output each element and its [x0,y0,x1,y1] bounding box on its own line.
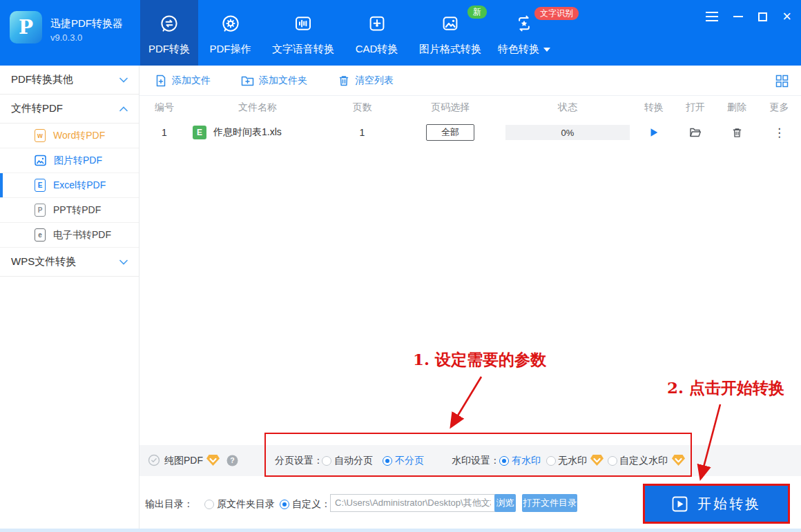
auto-paging-radio[interactable] [322,456,331,466]
sidebar-item-ebook-to-pdf[interactable]: e 电子书转PDF [0,223,139,248]
page-select-button[interactable]: 全部 [426,124,474,141]
col-convert: 转换 [633,101,675,114]
selected-indicator [0,173,3,197]
output-path-input[interactable] [330,494,515,512]
no-paging-radio[interactable] [383,456,392,466]
col-status: 状态 [502,101,633,114]
app-version: v9.0.3.0 [50,32,82,43]
sidebar-section-file-to-pdf[interactable]: 文件转PDF [0,95,139,124]
ocr-badge: 文字识别 [534,7,579,20]
pure-image-label[interactable]: 纯图PDF [164,455,203,467]
custom-watermark-label[interactable]: 自定义水印 [619,455,668,467]
ppt-doc-icon: P [35,204,46,217]
vip-diamond-icon[interactable] [206,454,220,469]
minimize-button[interactable] [733,16,743,17]
watermark-label: 水印设置： [452,455,500,467]
tab-pdf-convert[interactable]: PDF转换 [140,0,198,66]
vip-diamond-icon[interactable] [671,454,686,469]
original-dir-radio[interactable] [204,500,214,509]
tab-label: PDF转换 [148,43,190,56]
tab-cad-convert[interactable]: CAD转换 [344,0,409,66]
no-watermark-radio[interactable] [546,456,556,466]
custom-dir-radio[interactable] [280,500,289,509]
excel-doc-icon: E [35,179,46,192]
no-paging-label[interactable]: 不分页 [395,455,424,467]
tab-label: 特色转换 [498,43,550,56]
vip-diamond-icon[interactable] [590,454,604,469]
sidebar-item-excel-to-pdf[interactable]: E Excel转PDF [0,173,139,198]
custom-dir-label[interactable]: 自定义： [292,498,331,511]
svg-text:?: ? [230,456,234,464]
window-controls: × [706,9,791,24]
sidebar-section-wps-convert[interactable]: WPS文件转换 [0,248,139,277]
tab-image-format[interactable]: 新 图片格式转换 [409,0,491,66]
start-convert-button[interactable]: 开始转换 [645,486,788,522]
file-toolbar: 添加文件 添加文件夹 清空列表 [139,66,801,96]
col-pages: 页数 [326,101,398,114]
chevron-down-icon [119,77,128,83]
image-icon [440,13,461,37]
app-title: 迅捷PDF转换器 [50,17,123,30]
no-watermark-label[interactable]: 无水印 [558,455,587,467]
cad-plumb-icon [367,13,387,37]
more-options-icon[interactable]: ⋮ [757,126,801,140]
progress-bar: 0% [505,125,630,140]
section-label: WPS文件转换 [11,255,76,268]
add-file-button[interactable]: 添加文件 [155,75,211,87]
delete-trash-icon[interactable] [731,127,743,139]
pure-image-check-icon[interactable] [148,454,160,469]
add-folder-label: 添加文件夹 [259,75,307,87]
col-index: 编号 [139,101,189,114]
output-bar: 输出目录： 原文件夹目录 自定义： 浏览 打开文件目录 开始转换 [139,476,801,529]
custom-watermark-radio[interactable] [608,456,617,466]
maximize-button[interactable] [758,12,767,21]
item-label: Word转PDF [53,130,105,142]
main-nav: PDF转换 PDF操作 文字语音转换 [140,0,557,66]
ebook-doc-icon: e [35,228,46,242]
clear-list-icon [338,75,350,87]
tab-special-convert[interactable]: 文字识别 特色转换 [491,0,557,66]
help-icon[interactable]: ? [226,455,238,469]
grid-view-icon[interactable] [775,75,789,90]
start-highlight-box: 开始转换 [643,484,790,524]
with-watermark-label[interactable]: 有水印 [512,455,541,467]
item-label: 电子书转PDF [53,229,111,242]
app-window: P 迅捷PDF转换器 v9.0.3.0 PDF转换 PDF操作 [0,0,801,532]
tab-text-speech[interactable]: 文字语音转换 [262,0,344,66]
browse-button[interactable]: 浏览 [494,494,516,512]
col-page-select: 页码选择 [398,101,502,114]
close-button[interactable]: × [782,10,791,23]
star-convert-icon [514,13,534,37]
tab-pdf-operate[interactable]: PDF操作 [198,0,262,66]
row-index: 1 [139,127,189,138]
file-cell: E 作息时间表1.xls [189,126,326,139]
original-dir-label[interactable]: 原文件夹目录 [217,498,275,511]
item-label: PPT转PDF [53,204,101,217]
item-label: 图片转PDF [54,155,102,167]
settings-bar: 纯图PDF ? 分页设置： 自动分页 不分页 水印设置： 有水印 无水印 自定义… [139,445,801,476]
swap-circle-icon [159,13,180,37]
tab-label-text: 特色转换 [498,43,539,56]
add-folder-icon [241,75,254,87]
col-delete: 删除 [716,101,757,114]
table-header: 编号 文件名称 页数 页码选择 状态 转换 打开 删除 更多 [139,96,801,119]
sidebar-item-ppt-to-pdf[interactable]: P PPT转PDF [0,198,139,223]
section-label: PDF转换其他 [11,73,73,86]
file-name: 作息时间表1.xls [213,126,282,139]
sidebar-item-word-to-pdf[interactable]: w Word转PDF [0,124,139,148]
auto-paging-label[interactable]: 自动分页 [334,455,373,467]
tab-label: CAD转换 [356,43,398,56]
add-file-icon [155,75,167,87]
add-folder-button[interactable]: 添加文件夹 [241,75,307,87]
open-output-dir-button[interactable]: 打开文件目录 [522,494,577,512]
clear-list-label: 清空列表 [355,75,394,87]
convert-play-button[interactable] [648,127,659,138]
word-doc-icon: w [35,129,46,142]
clear-list-button[interactable]: 清空列表 [338,75,394,87]
open-folder-icon[interactable] [689,127,702,138]
menu-icon[interactable] [706,12,718,21]
with-watermark-radio[interactable] [499,456,509,466]
sidebar-section-pdf-other[interactable]: PDF转换其他 [0,66,139,95]
sidebar-item-image-to-pdf[interactable]: 图片转PDF [0,148,139,173]
waveform-icon [293,13,313,37]
